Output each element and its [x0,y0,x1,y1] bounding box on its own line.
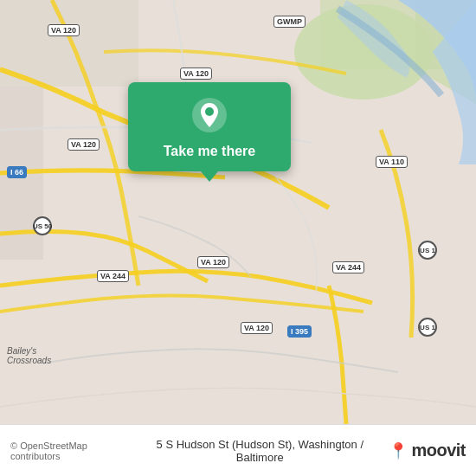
road-label-va244-left: VA 244 [97,270,129,282]
svg-point-7 [205,107,214,116]
road-label-va120-top-left: VA 120 [48,24,80,36]
popup-card[interactable]: Take me there [128,82,291,171]
map-background [0,0,476,424]
road-label-us50: US 50 [33,216,52,235]
location-pin-icon [190,96,228,134]
road-label-va120-center: VA 120 [197,256,229,268]
map: VA 120 GWMP VA 120 I 66 VA 120 VA 110 US… [0,0,476,424]
place-label-baileys: Bailey'sCrossroads [7,346,51,365]
popup-label: Take me there [164,143,255,159]
copyright-text: © OpenStreetMap contributors [10,441,131,461]
road-label-va244-right: VA 244 [332,261,364,273]
road-label-va120-top-mid: VA 120 [180,68,212,80]
road-label-va120-bottom: VA 120 [241,322,273,334]
road-label-us1-top: US 1 [418,241,437,260]
svg-rect-4 [0,0,138,87]
road-label-va110: VA 110 [376,156,408,168]
moovit-logo[interactable]: 📍 moovit [389,441,466,460]
bottom-bar: © OpenStreetMap contributors 5 S Hudson … [0,424,476,476]
location-text: 5 S Hudson St (Hudson St), Washington / … [139,438,380,464]
road-label-va120-mid-left: VA 120 [68,138,100,151]
road-label-i395: I 395 [287,325,312,338]
road-label-us1-bottom: US 1 [418,318,437,337]
road-label-gwmp: GWMP [273,16,306,28]
moovit-brand-text: moovit [411,441,466,460]
road-label-i66: I 66 [7,166,27,178]
moovit-pin-icon: 📍 [389,441,408,460]
